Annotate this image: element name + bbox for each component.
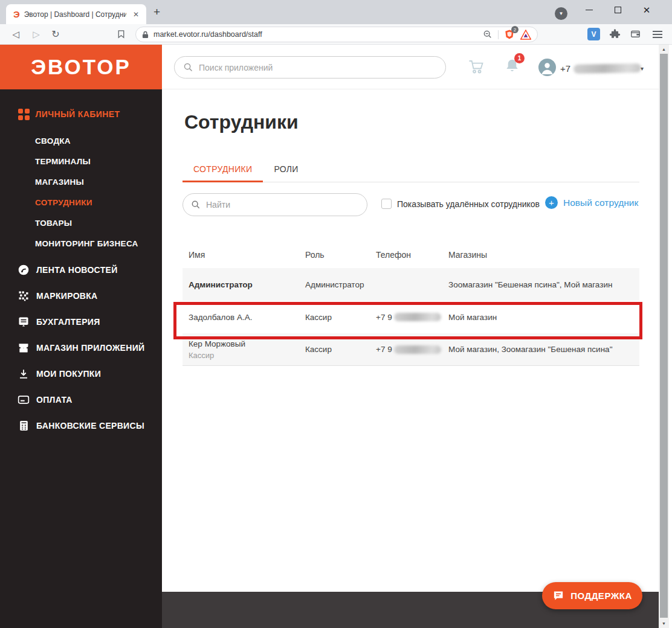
employee-subtitle: Кассир <box>189 351 305 360</box>
staff-table: Имя Роль Телефон Магазины Администратор … <box>183 242 639 366</box>
url-text: market.evotor.ru/dashboard/staff <box>153 30 478 39</box>
bat-icon[interactable] <box>520 30 531 40</box>
table-header: Имя Роль Телефон Магазины <box>183 242 639 268</box>
employee-phone: +7 9 <box>376 313 448 322</box>
menu-icon[interactable] <box>653 29 662 40</box>
tab-title: Эвотор | Dashboard | Сотрудники <box>24 10 126 19</box>
shield-badge: 2 <box>511 26 519 33</box>
sidebar-item-label: МАРКИРОВКА <box>36 291 98 301</box>
divider <box>498 30 499 39</box>
scroll-down-icon[interactable]: ▼ <box>659 619 669 628</box>
browser-update-icon[interactable]: ▼ <box>555 7 567 20</box>
sidebar-item-accounting[interactable]: БУХГАЛТЕРИЯ <box>17 309 144 335</box>
tab-strip: Э Эвотор | Dashboard | Сотрудники ✕ + ▼ … <box>0 0 672 24</box>
bank-icon <box>17 420 30 432</box>
sidebar-item-label: БАНКОВСКИЕ СЕРВИСЫ <box>36 421 144 431</box>
sidebar-item-news-feed[interactable]: ЛЕНТА НОВОСТЕЙ <box>17 257 144 283</box>
app-search-input[interactable] <box>199 63 437 72</box>
window-close-button[interactable]: ✕ <box>633 0 661 20</box>
tab-close-icon[interactable]: ✕ <box>131 9 141 20</box>
employee-stores: Мой магазин <box>448 313 633 322</box>
sidebar-item-stores[interactable]: МАГАЗИНЫ <box>35 171 138 192</box>
employee-role: Кассир <box>305 345 376 354</box>
sidebar-item-label: МАГАЗИНЫ <box>35 178 84 187</box>
table-row-zadolbalov[interactable]: Задолбалов А.А. Кассир +7 9 Мой магазин <box>183 301 639 333</box>
staff-search-input[interactable] <box>206 200 359 210</box>
account-phone[interactable]: +7 <box>560 63 641 74</box>
marking-icon <box>17 290 30 302</box>
bookmark-icon[interactable] <box>111 24 131 44</box>
sidebar-item-my-purchases[interactable]: МОИ ПОКУПКИ <box>17 360 144 386</box>
tab-staff[interactable]: СОТРУДНИКИ <box>183 159 263 182</box>
back-icon[interactable]: ◁ <box>6 24 25 44</box>
avatar[interactable] <box>538 59 556 78</box>
page-title: Сотрудники <box>184 111 299 133</box>
extensions-puzzle-icon[interactable] <box>609 28 621 42</box>
sidebar-item-label: ТОВАРЫ <box>35 219 72 228</box>
staff-search-box[interactable] <box>183 193 367 216</box>
column-header-role: Роль <box>305 250 376 260</box>
sidebar-item-marking[interactable]: МАРКИРОВКА <box>17 283 144 309</box>
show-deleted-label: Показывать удалённых сотрудников <box>397 199 540 209</box>
employee-name: Задолбалов А.А. <box>189 313 253 322</box>
brave-shield-icon[interactable]: 2 <box>504 29 515 40</box>
sidebar-item-products[interactable]: ТОВАРЫ <box>35 213 138 233</box>
sidebar-item-label: ТЕРМИНАЛЫ <box>35 157 91 166</box>
main-content: Сотрудники СОТРУДНИКИ РОЛИ Показывать уд… <box>162 89 659 592</box>
evotor-logo[interactable]: ЭВОТОР <box>0 45 162 89</box>
new-employee-button[interactable]: + Новый сотрудник <box>545 196 638 209</box>
search-icon <box>191 200 201 210</box>
sidebar: ЛИЧНЫЙ КАБИНЕТ СВОДКА ТЕРМИНАЛЫ МАГАЗИНЫ… <box>0 89 162 628</box>
reload-icon[interactable]: ↻ <box>46 24 65 44</box>
v-extension-icon[interactable]: V <box>587 28 600 40</box>
support-label: ПОДДЕРЖКА <box>570 591 632 601</box>
sidebar-item-label: МОНИТОРИНГ БИЗНЕСА <box>35 239 138 248</box>
phone-redaction-blur <box>394 345 441 354</box>
window-maximize-button[interactable] <box>604 0 632 20</box>
sidebar-item-app-store[interactable]: МАГАЗИН ПРИЛОЖЕНИЙ <box>17 335 144 360</box>
sidebar-section-personal-cabinet[interactable]: ЛИЧНЫЙ КАБИНЕТ <box>18 109 120 120</box>
scroll-up-icon[interactable]: ▲ <box>659 45 669 54</box>
scrollbar-thumb[interactable] <box>660 54 668 618</box>
table-row-ker-morzhovy[interactable]: Кер Моржовый Кассир Кассир +7 9 Мой мага… <box>183 333 639 366</box>
wallet-icon[interactable] <box>630 28 641 42</box>
table-row-administrator[interactable]: Администратор Администратор Зоомагазин "… <box>183 268 639 301</box>
sidebar-item-label: МАГАЗИН ПРИЛОЖЕНИЙ <box>36 343 144 353</box>
new-employee-label: Новый сотрудник <box>563 197 638 208</box>
browser-tab[interactable]: Э Эвотор | Dashboard | Сотрудники ✕ <box>6 4 146 24</box>
sidebar-item-label: ЛЕНТА НОВОСТЕЙ <box>36 265 118 275</box>
sidebar-item-label: ОПЛАТА <box>36 395 73 405</box>
employee-name: Кер Моржовый <box>189 339 305 348</box>
phone-redaction-blur <box>394 313 441 321</box>
sidebar-item-business-monitoring[interactable]: МОНИТОРИНГ БИЗНЕСА <box>35 233 138 254</box>
content-tabs: СОТРУДНИКИ РОЛИ <box>183 159 639 182</box>
sidebar-item-summary[interactable]: СВОДКА <box>35 130 138 151</box>
sidebar-section-label: ЛИЧНЫЙ КАБИНЕТ <box>36 109 120 119</box>
sidebar-item-staff[interactable]: СОТРУДНИКИ <box>35 192 138 213</box>
purchases-icon <box>17 368 30 380</box>
zoom-out-icon[interactable] <box>483 30 493 39</box>
forward-icon: ▷ <box>27 24 46 44</box>
employee-name: Администратор <box>189 280 253 289</box>
grid-icon <box>18 109 30 120</box>
accounting-icon <box>17 316 30 328</box>
tab-roles[interactable]: РОЛИ <box>263 159 309 182</box>
window-minimize-button[interactable] <box>575 0 603 20</box>
sidebar-item-payment[interactable]: ОПЛАТА <box>17 386 144 412</box>
sidebar-item-bank-services[interactable]: БАНКОВСКИЕ СЕРВИСЫ <box>17 412 144 438</box>
show-deleted-checkbox[interactable] <box>381 199 392 209</box>
sidebar-sublist: СВОДКА ТЕРМИНАЛЫ МАГАЗИНЫ СОТРУДНИКИ ТОВ… <box>35 130 138 254</box>
app-search-box[interactable] <box>174 56 446 78</box>
cart-icon[interactable] <box>468 59 485 77</box>
sidebar-item-label: МОИ ПОКУПКИ <box>36 369 101 379</box>
show-deleted-row: Показывать удалённых сотрудников <box>381 199 540 209</box>
sidebar-item-terminals[interactable]: ТЕРМИНАЛЫ <box>35 151 138 171</box>
page-scrollbar[interactable]: ▲ ▼ <box>659 45 669 628</box>
caret-down-icon[interactable]: ▾ <box>641 65 644 72</box>
browser-window: Э Эвотор | Dashboard | Сотрудники ✕ + ▼ … <box>0 0 672 628</box>
support-button[interactable]: ПОДДЕРЖКА <box>542 582 642 609</box>
address-bar[interactable]: market.evotor.ru/dashboard/staff 2 <box>135 27 538 42</box>
evotor-favicon-icon: Э <box>13 10 20 19</box>
new-tab-button[interactable]: + <box>153 6 160 18</box>
sidebar-item-label: СОТРУДНИКИ <box>35 198 92 207</box>
